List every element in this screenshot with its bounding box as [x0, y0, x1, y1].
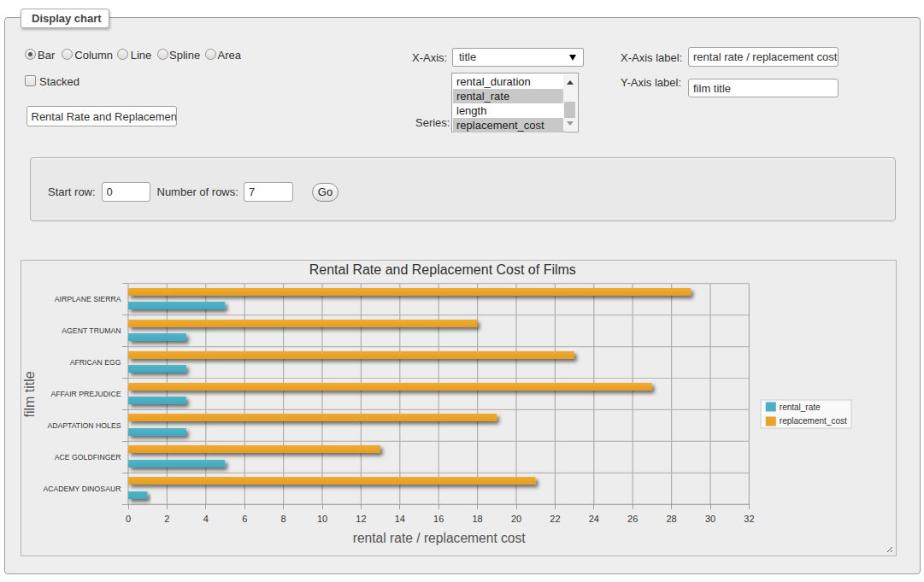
svg-text:28: 28	[666, 514, 676, 524]
svg-text:18: 18	[472, 514, 482, 524]
svg-text:2: 2	[164, 514, 169, 524]
svg-text:14: 14	[395, 514, 405, 524]
svg-text:4: 4	[203, 514, 209, 524]
svg-text:6: 6	[242, 514, 247, 524]
svg-text:AFRICAN EGG: AFRICAN EGG	[70, 358, 121, 367]
svg-text:32: 32	[744, 514, 754, 524]
svg-text:20: 20	[511, 514, 521, 524]
svg-text:ACE GOLDFINGER: ACE GOLDFINGER	[55, 453, 121, 461]
svg-text:ADAPTATION HOLES: ADAPTATION HOLES	[47, 421, 121, 430]
svg-text:0: 0	[126, 514, 131, 524]
svg-text:24: 24	[589, 514, 599, 524]
svg-text:12: 12	[356, 514, 366, 524]
svg-text:Rental Rate and Replacement Co: Rental Rate and Replacement Cost of Film…	[309, 262, 576, 277]
svg-text:30: 30	[705, 514, 715, 524]
svg-text:rental_rate: rental_rate	[780, 403, 821, 412]
svg-text:replacement_cost: replacement_cost	[780, 416, 847, 426]
svg-text:10: 10	[317, 514, 327, 524]
svg-text:16: 16	[433, 514, 444, 524]
svg-text:22: 22	[550, 514, 560, 524]
svg-text:26: 26	[627, 514, 638, 524]
svg-text:AFFAIR PREJUDICE: AFFAIR PREJUDICE	[50, 390, 121, 398]
svg-text:ACADEMY DINOSAUR: ACADEMY DINOSAUR	[43, 485, 121, 493]
svg-text:AIRPLANE SIERRA: AIRPLANE SIERRA	[55, 295, 121, 303]
svg-text:8: 8	[281, 514, 286, 524]
svg-text:rental rate / replacement cost: rental rate / replacement cost	[353, 531, 527, 545]
svg-text:AGENT TRUMAN: AGENT TRUMAN	[62, 326, 121, 335]
svg-text:film title: film title	[22, 371, 37, 417]
